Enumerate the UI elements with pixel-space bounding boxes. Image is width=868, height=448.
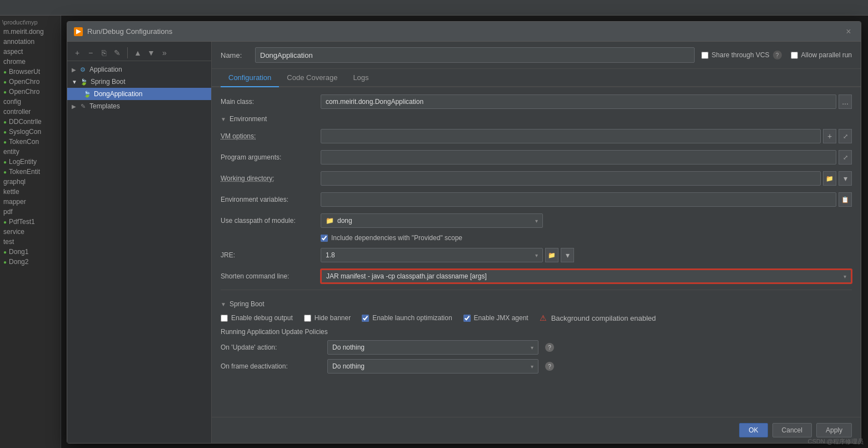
sidebar-item-kettle[interactable]: kettle (0, 187, 61, 197)
enable-jmx-checkbox[interactable] (463, 315, 471, 322)
on-update-dropdown[interactable]: Do nothing ▾ (327, 340, 538, 355)
apply-button[interactable]: Apply (816, 423, 852, 437)
sidebar-item-mapper[interactable]: mapper (0, 197, 61, 207)
hide-banner-checkbox[interactable] (304, 315, 311, 322)
sidebar-item-controller[interactable]: controller (0, 107, 61, 117)
share-vcs-label[interactable]: Share through VCS ? (701, 51, 782, 59)
working-dir-input[interactable] (321, 171, 821, 186)
env-vars-input[interactable] (321, 192, 836, 207)
tree-more-button[interactable]: » (159, 47, 170, 58)
hide-banner-label[interactable]: Hide banner (304, 314, 351, 322)
main-class-input[interactable] (321, 94, 836, 109)
tree-add-button[interactable]: + (72, 47, 83, 58)
tabs-bar: Configuration Code Coverage Logs (212, 69, 861, 87)
vm-options-expand-button[interactable]: ⤢ (839, 129, 852, 143)
tab-logs[interactable]: Logs (345, 69, 376, 87)
tree-item-templates[interactable]: ▶ ✎ Templates (67, 100, 211, 112)
dialog-close-button[interactable]: × (843, 26, 854, 37)
sidebar-item-tokenentit[interactable]: TokenEntit (0, 167, 61, 177)
tab-configuration[interactable]: Configuration (221, 69, 279, 87)
on-frame-help-icon[interactable]: ? (545, 362, 554, 371)
classpath-row: Use classpath of module: 📁 dong ▾ (221, 213, 852, 228)
on-update-help-icon[interactable]: ? (545, 343, 554, 352)
sidebar-item-graphql[interactable]: graphql (0, 177, 61, 187)
working-dir-dropdown-button[interactable]: ▾ (839, 171, 852, 186)
program-args-input[interactable] (321, 150, 836, 165)
sidebar-item-pdftest1[interactable]: PdfTest1 (0, 217, 61, 227)
enable-debug-label[interactable]: Enable debug output (221, 314, 293, 322)
tree-copy-button[interactable]: ⎘ (98, 47, 109, 58)
vm-options-input[interactable] (321, 129, 821, 143)
jre-expand-button[interactable]: ▾ (561, 248, 574, 262)
dialog-body: + − ⎘ ✎ ▲ ▼ » ▶ ⚙ Application ▼ (67, 42, 861, 443)
environment-arrow: ▼ (221, 116, 226, 122)
tree-label-dongapplication: DongApplication (94, 90, 142, 98)
vm-options-row: VM options: + ⤢ (221, 128, 852, 144)
program-args-row: Program arguments: ⤢ (221, 150, 852, 165)
sidebar-item-dong2[interactable]: Dong2 (0, 257, 61, 267)
tree-remove-button[interactable]: − (85, 47, 96, 58)
jre-dropdown[interactable]: 1.8 ▾ (321, 248, 543, 262)
vm-options-add-button[interactable]: + (823, 129, 836, 143)
shorten-cmd-arrow: ▾ (844, 273, 846, 280)
enable-debug-checkbox[interactable] (221, 315, 228, 322)
tree-arrow-application: ▶ (72, 67, 76, 73)
name-input[interactable] (255, 47, 695, 63)
ok-button[interactable]: OK (739, 423, 767, 437)
allow-parallel-label[interactable]: Allow parallel run (791, 51, 852, 59)
sidebar-item-meirit[interactable]: m.meirit.dong (0, 27, 61, 37)
tree-item-springboot[interactable]: ▼ 🍃 Spring Boot (67, 76, 211, 88)
program-args-expand-button[interactable]: ⤢ (839, 150, 852, 165)
tree-moveup-button[interactable]: ▲ (132, 47, 143, 58)
sidebar-item-entity[interactable]: entity (0, 147, 61, 157)
env-vars-edit-button[interactable]: 📋 (839, 192, 852, 207)
module-select[interactable]: 📁 dong ▾ (321, 213, 543, 228)
cancel-button[interactable]: Cancel (772, 423, 812, 437)
sidebar-item-pdf[interactable]: pdf (0, 207, 61, 217)
sidebar-item-config[interactable]: config (0, 97, 61, 107)
main-class-label: Main class: (221, 98, 321, 106)
tree-item-application[interactable]: ▶ ⚙ Application (67, 63, 211, 76)
dialog-titlebar: ▶ Run/Debug Configurations × (67, 22, 861, 42)
main-class-browse-button[interactable]: ... (839, 94, 852, 109)
tree-label-application: Application (89, 66, 122, 73)
sidebar-item-tokencon[interactable]: TokenCon (0, 137, 61, 147)
shorten-cmd-field: JAR manifest - java -cp classpath.jar cl… (321, 269, 852, 283)
sidebar-item-service[interactable]: service (0, 227, 61, 237)
tree-label-templates: Templates (89, 102, 120, 110)
tree-edit-button[interactable]: ✎ (112, 47, 123, 58)
sidebar-item-dong1[interactable]: Dong1 (0, 247, 61, 257)
sidebar-item-chrome[interactable]: chrome (0, 57, 61, 67)
sidebar-item-browserut[interactable]: BrowserUt (0, 67, 61, 77)
enable-launch-checkbox[interactable] (362, 315, 369, 322)
allow-parallel-checkbox[interactable] (791, 52, 798, 59)
jre-browse-button[interactable]: 📁 (545, 248, 558, 262)
main-class-row: Main class: ... (221, 94, 852, 109)
include-deps-checkbox[interactable] (321, 235, 328, 242)
share-vcs-help-icon[interactable]: ? (773, 51, 782, 59)
on-frame-dropdown[interactable]: Do nothing ▾ (327, 359, 538, 374)
tab-code-coverage[interactable]: Code Coverage (279, 69, 345, 87)
tree-item-dongapplication[interactable]: 🍃 DongApplication (67, 88, 211, 100)
sidebar-item-ddcontrlle[interactable]: DDContrlle (0, 117, 61, 127)
spring-boot-section: ▼ Spring Boot Enable debug output Hide b… (221, 290, 852, 374)
shorten-cmd-dropdown[interactable]: JAR manifest - java -cp classpath.jar cl… (321, 269, 852, 283)
sidebar-item-annotation[interactable]: annotation (0, 37, 61, 47)
sidebar-item-openchro2[interactable]: OpenChro (0, 87, 61, 97)
sidebar-item-syslogcon[interactable]: SyslogCon (0, 127, 61, 137)
sidebar-item-openchro1[interactable]: OpenChro (0, 77, 61, 87)
spring-boot-section-header[interactable]: ▼ Spring Boot (221, 300, 852, 308)
enable-jmx-label[interactable]: Enable JMX agent (463, 314, 528, 322)
name-row: Name: Share through VCS ? Allow parallel… (212, 42, 861, 69)
on-update-label: On 'Update' action: (221, 344, 321, 351)
dialog-footer: OK Cancel Apply (212, 417, 861, 443)
sidebar-item-aspect[interactable]: aspect (0, 47, 61, 57)
tree-movedown-button[interactable]: ▼ (146, 47, 157, 58)
enable-launch-label[interactable]: Enable launch optimization (362, 314, 452, 322)
working-dir-browse-button[interactable]: 📁 (823, 171, 836, 186)
sidebar-item-test[interactable]: test (0, 237, 61, 247)
share-vcs-checkbox[interactable] (701, 52, 709, 59)
working-dir-field: 📁 ▾ (321, 171, 852, 186)
environment-section-header[interactable]: ▼ Environment (221, 115, 852, 123)
sidebar-item-logentity[interactable]: LogEntity (0, 157, 61, 167)
